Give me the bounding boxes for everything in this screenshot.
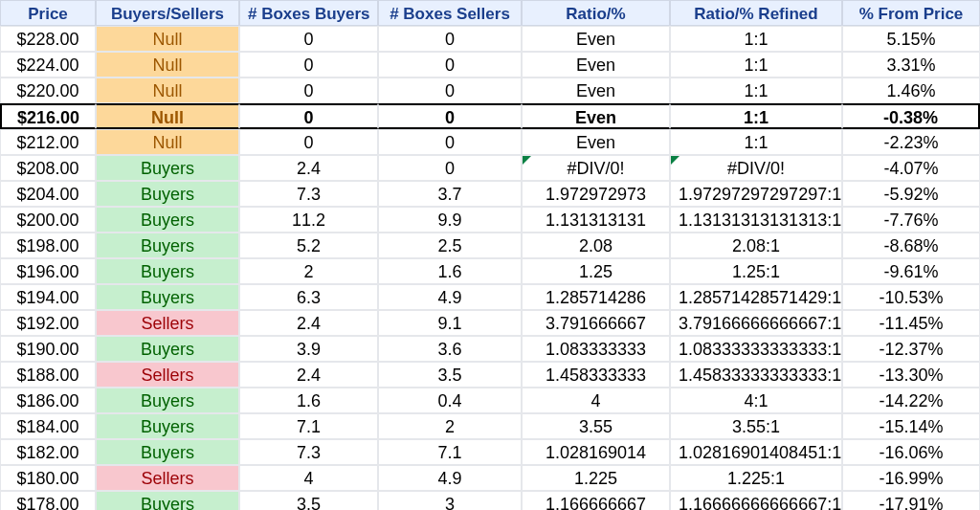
cell-pct[interactable]: -14.22% (842, 388, 980, 413)
cell-ratio-refined[interactable]: 1.16666666666667:1 (670, 491, 842, 510)
cell-price[interactable]: $216.00 (0, 103, 96, 129)
cell-boxes-sellers[interactable]: 3.5 (378, 362, 522, 388)
cell-price[interactable]: $212.00 (0, 129, 96, 155)
header-ratio[interactable]: Ratio/% (522, 0, 670, 26)
cell-buyers-sellers[interactable]: Buyers (96, 491, 239, 510)
cell-ratio[interactable]: 1.166666667 (522, 491, 670, 510)
cell-ratio-refined[interactable]: 1.13131313131313:1 (670, 207, 842, 233)
cell-pct[interactable]: 5.15% (842, 26, 980, 52)
cell-buyers-sellers[interactable]: Null (96, 129, 239, 155)
cell-ratio-refined[interactable]: 1:1 (670, 78, 842, 103)
cell-ratio-refined[interactable]: 1.02816901408451:1 (670, 439, 842, 465)
cell-boxes-buyers[interactable]: 0 (239, 129, 378, 155)
cell-boxes-sellers[interactable]: 0.4 (378, 388, 522, 413)
cell-ratio[interactable]: 1.083333333 (522, 336, 670, 362)
cell-ratio[interactable]: 3.55 (522, 413, 670, 439)
cell-boxes-buyers[interactable]: 7.3 (239, 181, 378, 207)
cell-ratio[interactable]: Even (522, 52, 670, 78)
cell-ratio-refined[interactable]: 1.45833333333333:1 (670, 362, 842, 388)
cell-boxes-buyers[interactable]: 7.3 (239, 439, 378, 465)
cell-price[interactable]: $220.00 (0, 78, 96, 103)
cell-ratio[interactable]: Even (522, 26, 670, 52)
cell-ratio[interactable]: 2.08 (522, 233, 670, 258)
cell-buyers-sellers[interactable]: Null (96, 26, 239, 52)
cell-boxes-buyers[interactable]: 4 (239, 465, 378, 491)
cell-boxes-sellers[interactable]: 0 (378, 103, 522, 129)
cell-boxes-sellers[interactable]: 0 (378, 155, 522, 181)
header-pct-from-price[interactable]: % From Price (842, 0, 980, 26)
cell-boxes-buyers[interactable]: 0 (239, 78, 378, 103)
cell-price[interactable]: $196.00 (0, 258, 96, 284)
cell-boxes-buyers[interactable]: 7.1 (239, 413, 378, 439)
cell-price[interactable]: $184.00 (0, 413, 96, 439)
cell-boxes-buyers[interactable]: 1.6 (239, 388, 378, 413)
cell-buyers-sellers[interactable]: Buyers (96, 258, 239, 284)
cell-ratio-refined[interactable]: 4:1 (670, 388, 842, 413)
cell-boxes-buyers[interactable]: 2.4 (239, 362, 378, 388)
cell-price[interactable]: $182.00 (0, 439, 96, 465)
cell-ratio[interactable]: #DIV/0! (522, 155, 670, 181)
cell-buyers-sellers[interactable]: Null (96, 103, 239, 129)
header-boxes-sellers[interactable]: # Boxes Sellers (378, 0, 522, 26)
cell-ratio-refined[interactable]: 1.28571428571429:1 (670, 284, 842, 310)
cell-ratio-refined[interactable]: 1:1 (670, 52, 842, 78)
cell-price[interactable]: $188.00 (0, 362, 96, 388)
cell-ratio[interactable]: 1.972972973 (522, 181, 670, 207)
cell-boxes-sellers[interactable]: 3.7 (378, 181, 522, 207)
cell-boxes-buyers[interactable]: 5.2 (239, 233, 378, 258)
cell-buyers-sellers[interactable]: Sellers (96, 465, 239, 491)
cell-ratio[interactable]: Even (522, 78, 670, 103)
cell-boxes-sellers[interactable]: 0 (378, 26, 522, 52)
cell-buyers-sellers[interactable]: Buyers (96, 207, 239, 233)
cell-boxes-buyers[interactable]: 3.9 (239, 336, 378, 362)
cell-buyers-sellers[interactable]: Sellers (96, 310, 239, 336)
cell-pct[interactable]: -13.30% (842, 362, 980, 388)
cell-buyers-sellers[interactable]: Buyers (96, 181, 239, 207)
cell-ratio[interactable]: 4 (522, 388, 670, 413)
cell-ratio[interactable]: 1.25 (522, 258, 670, 284)
cell-pct[interactable]: -12.37% (842, 336, 980, 362)
cell-pct[interactable]: -15.14% (842, 413, 980, 439)
cell-pct[interactable]: -4.07% (842, 155, 980, 181)
cell-ratio-refined[interactable]: 3.55:1 (670, 413, 842, 439)
cell-price[interactable]: $178.00 (0, 491, 96, 510)
cell-ratio[interactable]: 1.285714286 (522, 284, 670, 310)
cell-pct[interactable]: -0.38% (842, 103, 980, 129)
cell-price[interactable]: $190.00 (0, 336, 96, 362)
cell-ratio-refined[interactable]: #DIV/0! (670, 155, 842, 181)
header-buyers-sellers[interactable]: Buyers/Sellers (96, 0, 239, 26)
cell-ratio-refined[interactable]: 1:1 (670, 103, 842, 129)
cell-buyers-sellers[interactable]: Buyers (96, 284, 239, 310)
cell-ratio[interactable]: Even (522, 129, 670, 155)
header-price[interactable]: Price (0, 0, 96, 26)
cell-buyers-sellers[interactable]: Buyers (96, 155, 239, 181)
cell-buyers-sellers[interactable]: Buyers (96, 233, 239, 258)
cell-pct[interactable]: -5.92% (842, 181, 980, 207)
cell-pct[interactable]: 1.46% (842, 78, 980, 103)
cell-pct[interactable]: -17.91% (842, 491, 980, 510)
cell-boxes-buyers[interactable]: 2.4 (239, 310, 378, 336)
cell-ratio[interactable]: 1.028169014 (522, 439, 670, 465)
cell-price[interactable]: $224.00 (0, 52, 96, 78)
cell-ratio-refined[interactable]: 1:1 (670, 26, 842, 52)
cell-price[interactable]: $204.00 (0, 181, 96, 207)
cell-ratio[interactable]: 1.458333333 (522, 362, 670, 388)
cell-boxes-buyers[interactable]: 0 (239, 103, 378, 129)
cell-ratio[interactable]: 1.225 (522, 465, 670, 491)
cell-pct[interactable]: -11.45% (842, 310, 980, 336)
cell-pct[interactable]: -10.53% (842, 284, 980, 310)
cell-buyers-sellers[interactable]: Buyers (96, 439, 239, 465)
cell-boxes-sellers[interactable]: 1.6 (378, 258, 522, 284)
cell-boxes-sellers[interactable]: 3.6 (378, 336, 522, 362)
cell-boxes-buyers[interactable]: 0 (239, 26, 378, 52)
cell-buyers-sellers[interactable]: Buyers (96, 388, 239, 413)
cell-boxes-sellers[interactable]: 3 (378, 491, 522, 510)
cell-price[interactable]: $194.00 (0, 284, 96, 310)
cell-boxes-sellers[interactable]: 9.9 (378, 207, 522, 233)
cell-ratio[interactable]: Even (522, 103, 670, 129)
cell-ratio-refined[interactable]: 1.08333333333333:1 (670, 336, 842, 362)
cell-boxes-buyers[interactable]: 6.3 (239, 284, 378, 310)
cell-price[interactable]: $186.00 (0, 388, 96, 413)
cell-ratio-refined[interactable]: 2.08:1 (670, 233, 842, 258)
cell-boxes-sellers[interactable]: 9.1 (378, 310, 522, 336)
